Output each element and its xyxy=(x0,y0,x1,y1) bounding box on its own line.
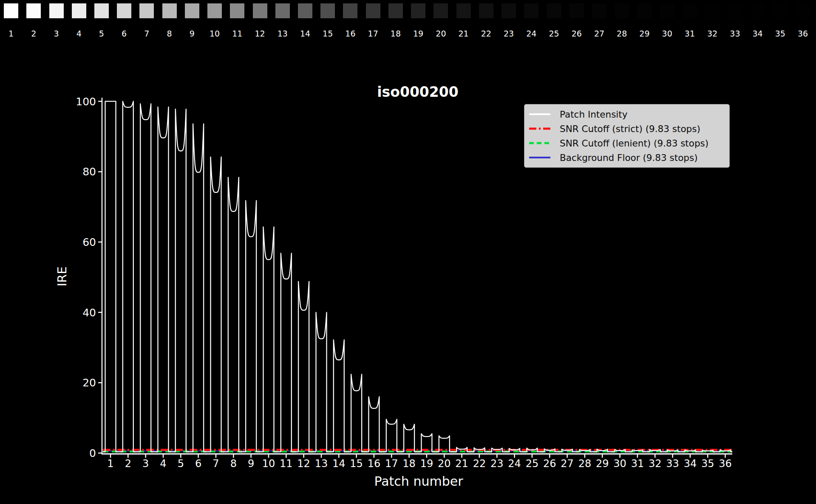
x-tick-label: 15 xyxy=(350,458,363,470)
x-tick-label: 1 xyxy=(107,458,113,470)
plot-area: 0204060801001234567891011121314151617181… xyxy=(0,0,816,504)
x-tick-label: 36 xyxy=(719,458,732,470)
x-tick-label: 32 xyxy=(649,458,662,470)
legend-line-sample-patch-intensity xyxy=(529,112,551,116)
x-tick-label: 9 xyxy=(248,458,254,470)
x-tick-label: 13 xyxy=(315,458,328,470)
y-tick-label: 0 xyxy=(89,447,96,459)
x-tick-label: 16 xyxy=(368,458,381,470)
screenshot-root: 1234567891011121314151617181920212223242… xyxy=(0,0,816,504)
x-tick-label: 20 xyxy=(438,458,451,470)
y-tick-label: 20 xyxy=(82,377,96,389)
x-tick-label: 3 xyxy=(142,458,149,470)
x-tick-label: 8 xyxy=(230,458,237,470)
legend: Patch Intensity SNR Cutoff (strict) (9.8… xyxy=(524,104,730,168)
x-tick-label: 5 xyxy=(178,458,184,470)
legend-item-patch-intensity: Patch Intensity xyxy=(529,107,729,121)
x-tick-label: 31 xyxy=(631,458,644,470)
y-tick-label: 60 xyxy=(82,236,96,248)
x-tick-label: 34 xyxy=(684,458,697,470)
x-tick-label: 6 xyxy=(195,458,201,470)
x-tick-label: 35 xyxy=(701,458,714,470)
x-tick-label: 30 xyxy=(613,458,626,470)
y-tick-label: 80 xyxy=(82,166,96,178)
x-tick-label: 22 xyxy=(473,458,486,470)
legend-line-sample-snr-strict xyxy=(529,127,551,131)
legend-label: SNR Cutoff (lenient) (9.83 stops) xyxy=(560,138,708,149)
x-tick-label: 18 xyxy=(402,458,416,470)
x-tick-label: 33 xyxy=(666,458,679,470)
x-axis-label: Patch number xyxy=(374,474,463,489)
x-tick-label: 24 xyxy=(508,458,521,470)
x-tick-label: 25 xyxy=(526,458,539,470)
y-tick-label: 100 xyxy=(76,96,96,108)
x-tick-label: 7 xyxy=(212,458,219,470)
chart-title: iso000200 xyxy=(377,84,458,100)
x-tick-label: 4 xyxy=(160,458,166,470)
x-tick-label: 27 xyxy=(561,458,574,470)
x-tick-label: 21 xyxy=(455,458,468,470)
x-tick-label: 2 xyxy=(125,458,131,470)
x-tick-label: 19 xyxy=(420,458,434,470)
x-tick-label: 26 xyxy=(543,458,556,470)
x-tick-label: 17 xyxy=(385,458,398,470)
x-tick-label: 11 xyxy=(280,458,293,470)
legend-label: SNR Cutoff (strict) (9.83 stops) xyxy=(560,124,700,134)
legend-line-sample-snr-lenient xyxy=(529,141,551,145)
x-tick-label: 23 xyxy=(490,458,504,470)
legend-item-snr-cutoff-strict: SNR Cutoff (strict) (9.83 stops) xyxy=(529,121,729,136)
x-tick-label: 14 xyxy=(332,458,346,470)
legend-item-snr-cutoff-lenient: SNR Cutoff (lenient) (9.83 stops) xyxy=(529,136,729,150)
x-tick-label: 12 xyxy=(297,458,310,470)
x-tick-label: 28 xyxy=(578,458,592,470)
x-tick-label: 10 xyxy=(262,458,275,470)
y-tick-label: 40 xyxy=(82,307,96,319)
legend-label: Patch Intensity xyxy=(560,109,627,120)
x-tick-label: 29 xyxy=(596,458,609,470)
legend-item-background-floor: Background Floor (9.83 stops) xyxy=(529,150,729,165)
y-axis-label: IRE xyxy=(55,266,69,286)
legend-line-sample-background-floor xyxy=(529,155,551,160)
legend-label: Background Floor (9.83 stops) xyxy=(560,152,698,163)
